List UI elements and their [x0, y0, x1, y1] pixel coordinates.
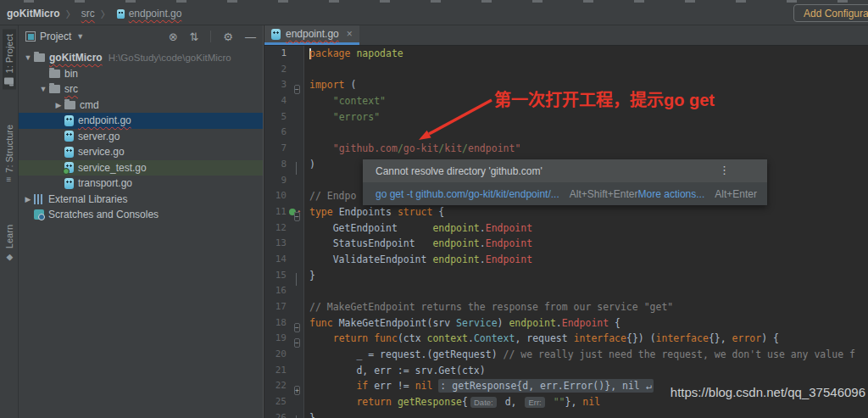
- code-line-21[interactable]: 21 d, err := srv.Get(ctx): [264, 363, 868, 379]
- code-text: // Endpo: [309, 188, 356, 204]
- add-configuration-button[interactable]: Add Configuration...: [793, 4, 868, 22]
- tree-expand-icon[interactable]: ▼: [22, 53, 34, 62]
- code-line-7[interactable]: 7 "github.com/go-kit/kit/endpoint": [264, 141, 868, 157]
- quick-fix-link[interactable]: go get -t github.com/go-kit/kit/endpoint…: [376, 188, 559, 200]
- toolwindow-tab-label: 1: Project: [4, 34, 14, 73]
- breadcrumb-item-src[interactable]: src: [81, 8, 95, 20]
- code-line-17[interactable]: 17// MakeGetEndpoint returns the respons…: [264, 299, 868, 315]
- line-number: 3: [264, 77, 287, 93]
- tree-item-service-go[interactable]: service.go: [19, 144, 263, 160]
- code-text: GetEndpoint endpoint.Endpoint: [309, 220, 532, 237]
- tree-item-gokitmicro[interactable]: ▼goKitMicroH:\GoStudy\code\goKitMicro: [19, 50, 263, 66]
- tab-endpoint-go[interactable]: endpoint.go ×: [264, 25, 359, 45]
- project-panel-title[interactable]: Project: [40, 31, 71, 42]
- tab-label: endpoint.go: [286, 28, 339, 40]
- code-line-13[interactable]: 13 StatusEndpoint endpoint.Endpoint: [264, 236, 868, 252]
- tree-expand-icon[interactable]: ▶: [53, 101, 64, 109]
- fold-marker[interactable]: [294, 414, 297, 418]
- editor-tab-bar: endpoint.go ×: [264, 25, 868, 46]
- tree-expand-icon[interactable]: ▼: [37, 85, 49, 93]
- toolwindow-tab-7-structure[interactable]: ≡7: Structure: [3, 120, 16, 187]
- more-options-icon[interactable]: ⋮: [719, 164, 730, 176]
- code-line-14[interactable]: 14 ValidateEndpoint endpoint.Endpoint: [264, 252, 868, 268]
- code-line-18[interactable]: 18−func MakeGetEndpoint(srv Service) end…: [264, 315, 868, 332]
- tree-item-label: server.go: [78, 131, 120, 142]
- more-actions-link[interactable]: More actions...: [638, 188, 705, 200]
- hide-panel-icon[interactable]: —: [245, 31, 256, 42]
- code-text: d, err := srv.Get(ctx): [309, 363, 486, 379]
- code-line-20[interactable]: 20 _ = request.(getRequest) // we really…: [264, 347, 868, 363]
- breadcrumb-bar: goKitMicro〉src〉endpoint.go Add Configura…: [0, 0, 868, 25]
- code-text: _ = request.(getRequest) // we really ju…: [309, 347, 855, 363]
- gotest-icon: [64, 162, 74, 173]
- code-line-15[interactable]: 15}: [264, 268, 868, 284]
- tree-item-cmd[interactable]: ▶cmd: [19, 98, 263, 114]
- chevron-down-icon[interactable]: ▼: [76, 32, 84, 41]
- tree-item-bin[interactable]: bin: [19, 66, 263, 82]
- code-line-5[interactable]: 5 "errors": [264, 109, 868, 125]
- tree-item-external-libraries[interactable]: ▶External Libraries: [19, 192, 263, 208]
- code-text: import (: [309, 77, 356, 93]
- line-number: 9: [264, 173, 287, 189]
- tree-item-label: endpoint.go: [78, 114, 131, 126]
- breadcrumb-separator: 〉: [66, 7, 75, 20]
- line-number: 5: [264, 109, 287, 125]
- code-line-16[interactable]: 16: [264, 283, 868, 299]
- line-number: 26: [264, 410, 287, 418]
- code-text: package napodate: [309, 46, 403, 62]
- code-line-26[interactable]: 26}: [264, 410, 868, 418]
- breadcrumb-item-gokitmicro[interactable]: goKitMicro: [7, 8, 60, 20]
- code-text: ): [309, 157, 315, 173]
- toolwindow-tab-1-project[interactable]: 1: Project: [3, 29, 16, 89]
- locate-icon[interactable]: ⊕: [166, 30, 181, 44]
- tree-item-label: bin: [64, 68, 78, 80]
- line-number: 7: [264, 141, 287, 157]
- collapse-all-icon[interactable]: ⇅: [189, 31, 198, 42]
- toolwindow-tab-label: 7: Structure: [4, 125, 14, 173]
- breadcrumb-item-endpoint-go[interactable]: endpoint.go: [129, 8, 182, 20]
- tree-item-scratches-and-consoles[interactable]: Scratches and Consoles: [19, 207, 263, 223]
- project-panel: Project ▼ ⊕ ⇅ ⚙ — ▼goKitMicroH:\GoStudy\…: [19, 25, 264, 418]
- code-text: }: [309, 410, 315, 418]
- project-panel-header: Project ▼ ⊕ ⇅ ⚙ —: [19, 25, 263, 47]
- tree-item-endpoint-go[interactable]: endpoint.go: [19, 113, 263, 129]
- code-text: return getResponse{Date: d, Err: ""}, ni…: [309, 394, 600, 411]
- editor-area: endpoint.go × 1package napodate23−import…: [264, 25, 868, 418]
- tree-item-label: Scratches and Consoles: [48, 209, 159, 220]
- toolwindow-tab-label: Learn: [4, 225, 14, 248]
- code-line-2[interactable]: 2: [264, 62, 868, 78]
- scratch-icon: [34, 209, 44, 220]
- code-text: }: [309, 268, 315, 284]
- line-number: 10: [264, 188, 287, 204]
- tree-item-label: service_test.go: [78, 162, 147, 174]
- line-number: 14: [264, 252, 287, 268]
- code-line-19[interactable]: 19− return func(ctx context.Context, req…: [264, 331, 868, 347]
- menu-bar-clipped: [24, 0, 868, 3]
- tree-item-transport-go[interactable]: transport.go: [19, 176, 263, 192]
- annotation-arrow: [414, 92, 498, 146]
- folder-icon: [49, 70, 60, 78]
- close-icon[interactable]: ×: [347, 28, 353, 40]
- line-number: 12: [264, 220, 287, 237]
- folder-icon: [49, 85, 60, 93]
- tree-expand-icon[interactable]: ▶: [22, 195, 34, 203]
- settings-gear-icon[interactable]: ⚙: [223, 31, 233, 42]
- tree-item-service-test-go[interactable]: service_test.go: [19, 160, 263, 176]
- code-text: if err != nil : getResponse{d, err.Error…: [309, 378, 654, 394]
- tree-item-server-go[interactable]: server.go: [19, 129, 263, 145]
- folder-icon: [34, 53, 45, 62]
- tree-item-label: transport.go: [78, 177, 132, 189]
- toolwindow-tab-learn[interactable]: ◆Learn: [3, 220, 16, 267]
- code-line-1[interactable]: 1package napodate: [264, 46, 868, 62]
- go-file-icon: [116, 8, 124, 18]
- code-line-12[interactable]: 12 GetEndpoint endpoint.Endpoint: [264, 220, 868, 237]
- line-number: 17: [264, 299, 287, 315]
- line-number: 22: [264, 378, 287, 394]
- tree-item-src[interactable]: ▼src: [19, 81, 263, 98]
- code-line-6[interactable]: 6: [264, 125, 868, 141]
- code-line-11[interactable]: 11↑−type Endpoints struct {: [264, 204, 868, 220]
- ide-window: goKitMicro〉src〉endpoint.go Add Configura…: [0, 0, 868, 418]
- tool-window-bar: 1: Project≡7: Structure◆Learn: [0, 25, 19, 418]
- watermark: https://blog.csdn.net/qq_37546096: [670, 385, 865, 399]
- line-number: 6: [264, 125, 287, 141]
